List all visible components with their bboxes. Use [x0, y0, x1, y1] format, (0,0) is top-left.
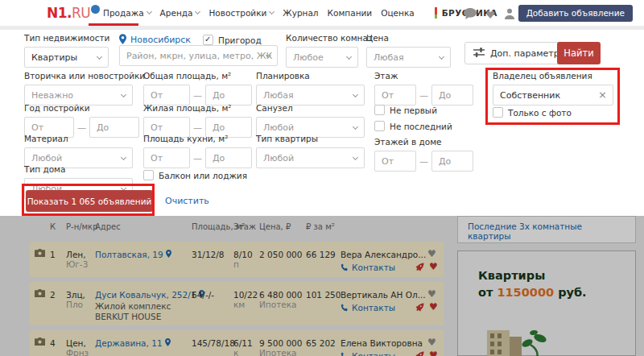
contacts-link[interactable]: Контакты	[352, 351, 395, 356]
range-dash: —	[419, 156, 428, 167]
nav-label: Оценка	[381, 8, 415, 18]
nav-label: Новостройки	[208, 8, 266, 18]
area-cell: 145/78/18	[192, 338, 235, 348]
bathroom-label: Санузел	[256, 103, 365, 113]
photo-only-checkbox[interactable]: Только с фото	[493, 107, 572, 118]
nav-item-journal[interactable]: Журнал	[283, 8, 318, 18]
range-dash: —	[77, 122, 86, 133]
favorite-heart-icon[interactable]: ♥	[427, 337, 436, 348]
district-line1: Злц,	[66, 290, 85, 300]
property-type-label: Тип недвижимости	[24, 33, 109, 43]
living-area-label: Жилая площадь, м²	[143, 103, 252, 113]
clear-filters-link[interactable]: Очистить	[165, 196, 209, 206]
rooms-label: Количество комнат	[286, 33, 373, 43]
rocket-icon	[415, 263, 424, 274]
logo-n1: N1.	[47, 5, 72, 21]
owner-input[interactable]: Собственник×	[493, 85, 613, 106]
camera-icon	[35, 289, 45, 299]
range-dash: —	[419, 90, 428, 101]
ad-price: 1150000	[497, 286, 554, 299]
site-logo[interactable]: N1.RU	[47, 5, 100, 21]
build-year-group: Год постройки От—До	[24, 103, 139, 138]
suburb-label: Пригород	[218, 35, 262, 45]
chevron-down-icon	[353, 92, 358, 97]
per-m2-cell: 101 250	[306, 290, 341, 300]
kitchen-area-label: Площадь кухни, м²	[143, 134, 252, 143]
balcony-checkbox[interactable]: Балкон или лоджия	[143, 170, 247, 180]
location-placeholder: Район, мкрн, улица, метро, ЖК	[126, 51, 272, 61]
apt-type-label: Тип квартиры	[256, 134, 365, 143]
show-results-button[interactable]: Показать 1 065 объявлений	[26, 190, 153, 212]
clear-x-icon[interactable]: ×	[598, 89, 607, 100]
checkbox-icon	[493, 107, 503, 118]
recent-3room-link[interactable]: Последние 3х комнатные квартиры	[468, 221, 582, 241]
hot-heart-icon: ♥	[429, 301, 438, 313]
nav-item-companies[interactable]: Компании	[328, 8, 373, 18]
material-value: Любой	[31, 153, 62, 164]
find-button[interactable]: Найти	[557, 42, 601, 64]
location-select[interactable]: Район, мкрн, улица, метро, ЖК	[119, 45, 278, 66]
city-link[interactable]: Новосибирск	[130, 35, 191, 45]
material-label: Материал	[24, 134, 133, 143]
phone-icon	[341, 263, 349, 271]
extra-params-label: Доп. параметры	[490, 48, 566, 59]
main-nav: Продажа Аренда Новостройки Журнал Компан…	[103, 0, 499, 26]
suburb-checkbox[interactable]: Пригород	[203, 35, 262, 45]
add-listing-button[interactable]: Добавить объявление	[518, 5, 633, 22]
pin-icon	[165, 338, 171, 346]
property-type-value: Квартиры	[31, 52, 77, 63]
kitchen-area-to-input[interactable]: До	[205, 147, 252, 168]
ad-banner[interactable]: Квартиры от 1150000 руб.	[457, 250, 636, 356]
address-link[interactable]: Державина, 11	[95, 338, 163, 348]
favorite-heart-icon[interactable]: ♥	[427, 248, 436, 259]
property-type-select[interactable]: Квартиры	[24, 47, 109, 68]
table-row[interactable]: 4 Цен,Фрнз Державина, 11 145/78/18 6/11к…	[30, 330, 444, 356]
rooms-value: Любое	[293, 52, 324, 63]
per-m2-cell: 65 202	[306, 338, 336, 348]
not-last-checkbox[interactable]: Не последний	[374, 121, 452, 131]
price-label: Цена	[366, 33, 451, 43]
kitchen-area-from-input[interactable]: От	[143, 147, 190, 168]
rocket-icon	[415, 351, 424, 356]
favorites-heart-icon[interactable]: ♥	[485, 10, 495, 20]
house-floors-to-input[interactable]: До	[431, 151, 473, 172]
nav-item-valuation[interactable]: Оценка	[381, 8, 415, 18]
material-group: Материал Любой	[24, 134, 133, 168]
chevron-down-icon	[121, 155, 126, 160]
bathroom-value: Любой	[263, 122, 294, 133]
area-cell: 31/12/8	[192, 250, 224, 259]
col-per-m2: ₽ за м²	[306, 222, 335, 231]
chevron-down-icon	[353, 124, 358, 130]
pin-icon	[166, 250, 171, 258]
price-cell: 9 500 000Ипотека	[259, 338, 302, 356]
house-type-label: Тип дома	[24, 164, 133, 174]
price-value: 6 480 000	[259, 290, 302, 300]
nav-item-rent[interactable]: Аренда	[160, 8, 200, 18]
checkbox-checked-icon	[203, 35, 213, 45]
floor-from-input[interactable]: От	[374, 85, 416, 106]
table-row[interactable]: 2 Злц,Пло Дуси Ковальчук, 252/1 Жилой ко…	[30, 282, 444, 325]
address-link[interactable]: Полтавская, 19	[95, 250, 163, 259]
user-icon[interactable]	[504, 7, 515, 23]
floor-to-input[interactable]: До	[431, 85, 473, 106]
rooms-select[interactable]: Любое	[286, 47, 358, 68]
hot-heart-icon: ♥	[429, 261, 438, 272]
phone-icon	[341, 304, 349, 312]
checkbox-icon	[374, 121, 385, 131]
house-floors-from-input[interactable]: От	[374, 151, 416, 172]
table-row[interactable]: 1 Лен,Юг-3 Полтавская, 19 31/12/8 8/10п …	[30, 242, 444, 277]
address-link[interactable]: Дуси Ковальчук, 252/1	[95, 290, 196, 300]
chat-icon[interactable]	[464, 7, 477, 23]
area-cell: 64/-/-	[192, 290, 214, 300]
price-group: Цена Любая	[366, 33, 451, 68]
apt-type-select[interactable]: Любой	[256, 147, 365, 168]
rocket-icon	[415, 303, 424, 314]
contacts-link[interactable]: Контакты	[352, 303, 395, 313]
chevron-down-icon	[439, 54, 444, 60]
nav-item-newbuildings[interactable]: Новостройки	[208, 8, 274, 18]
nav-item-sale[interactable]: Продажа	[103, 8, 151, 18]
favorite-heart-icon[interactable]: ♥	[427, 288, 436, 300]
contacts-link[interactable]: Контакты	[352, 263, 395, 272]
not-first-checkbox[interactable]: Не первый	[374, 105, 437, 115]
price-select[interactable]: Любая	[366, 47, 451, 68]
